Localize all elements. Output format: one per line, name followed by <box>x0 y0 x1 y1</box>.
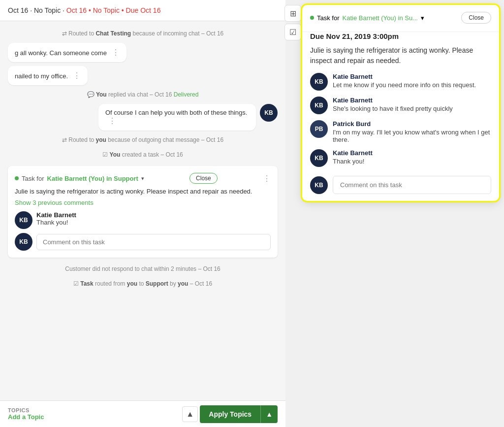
comment-author-4: Katie Barnett <box>333 149 373 157</box>
side-icon-2[interactable]: ☑ <box>284 24 301 40</box>
system-message-2: 💬 You replied via chat – Oct 16 Delivere… <box>0 87 285 102</box>
main-container: Oct 16 · No Topic · Oct 16 • No Topic • … <box>0 0 504 427</box>
task-due-date: Due Nov 21, 2019 3:00pm <box>302 32 499 45</box>
system-message-3: ⇄ Routed to you because of outgoing chat… <box>0 132 285 147</box>
task-comment-input-avatar: KB <box>310 176 328 194</box>
chat-bubble-incoming-2: nailed to my office. ⋮ <box>0 64 285 87</box>
task-detail-title-row: Task for Katie Barnett (You) in Su... ▾ … <box>310 12 491 24</box>
topics-label: TOPICS <box>8 407 182 413</box>
task-for-link-inline[interactable]: Katie Barnett (You) in Support <box>47 175 138 182</box>
comment-content-3: Patrick Burd I'm on my way. I'll let you… <box>333 120 491 143</box>
comment-author-3: Patrick Burd <box>333 120 491 128</box>
comment-content-1: Katie Barnett Let me know if you need mo… <box>333 73 476 89</box>
bubble-menu-icon-2[interactable]: ⋮ <box>73 71 81 80</box>
task-card-header-left: Task for Katie Barnett (You) in Support … <box>15 175 144 182</box>
add-topic-link[interactable]: Add a Topic <box>8 413 182 421</box>
comment-text-4: Thank you! <box>333 158 373 165</box>
comment-author-2: Katie Barnett <box>333 97 453 104</box>
task-comment-input-area: KB <box>302 171 499 201</box>
inline-comment-text: Thank you! <box>36 219 76 226</box>
task-comment-3: PB Patrick Burd I'm on my way. I'll let … <box>310 120 491 143</box>
check-icon: ☑ <box>289 28 296 37</box>
task-description-inline: Julie is saying the refrigerator is acti… <box>15 188 271 195</box>
comment-avatar-3: PB <box>310 120 328 138</box>
comment-avatar-1: KB <box>310 73 328 91</box>
chat-messages[interactable]: ⇄ Routed to Chat Testing because of inco… <box>0 21 285 427</box>
bubble-text-1: g all wonky. Can someone come ⋮ <box>8 43 126 62</box>
inline-last-comment: KB Katie Barnett Thank you! <box>15 211 271 229</box>
task-body-description: Julie is saying the refrigerator is acti… <box>310 45 491 66</box>
task-comment-2: KB Katie Barnett She's looking to have i… <box>310 97 491 114</box>
avatar-outgoing: KB <box>260 104 278 122</box>
task-comment-4: KB Katie Barnett Thank you! <box>310 149 491 167</box>
task-detail-header: Task for Katie Barnett (You) in Su... ▾ … <box>302 5 499 32</box>
task-detail-body: Julie is saying the refrigerator is acti… <box>302 45 499 171</box>
comment-avatar-2: KB <box>310 97 328 114</box>
task-for-link-detail[interactable]: Katie Barnett (You) in Su... <box>343 14 418 22</box>
bubble-menu-icon-outgoing[interactable]: ⋮ <box>108 117 116 125</box>
grid-icon: ⊞ <box>290 9 296 18</box>
comment-content-4: Katie Barnett Thank you! <box>333 149 373 165</box>
task-detail-chevron[interactable]: ▾ <box>421 14 424 22</box>
comment-text-3: I'm on my way. I'll let you know what's … <box>333 129 491 143</box>
inline-comment-content: Katie Barnett Thank you! <box>36 211 76 226</box>
inline-comment-input[interactable] <box>36 234 271 250</box>
apply-topics-button[interactable]: Apply Topics <box>200 405 260 423</box>
chat-bubble-outgoing: Of course I can help you with both of th… <box>0 102 285 132</box>
bubble-text-2: nailed to my office. ⋮ <box>8 66 88 85</box>
topics-bar: TOPICS Add a Topic ▲ Apply Topics ▲ <box>0 400 285 427</box>
system-message-5: Customer did not respond to chat within … <box>0 262 285 276</box>
task-for-text-detail: Task for <box>317 14 340 22</box>
system-message-4: ☑ You created a task – Oct 16 <box>0 147 285 162</box>
task-card-inline: Task for Katie Barnett (You) in Support … <box>8 166 278 258</box>
side-icons: ⊞ ☑ <box>284 5 301 40</box>
comment-content-2: Katie Barnett She's looking to have it f… <box>333 97 453 112</box>
task-chevron-inline[interactable]: ▾ <box>141 175 144 182</box>
show-comments-link[interactable]: Show 3 previous comments <box>15 199 271 206</box>
task-detail-close-btn[interactable]: Close <box>461 12 491 24</box>
inline-comment-avatar: KB <box>15 211 32 229</box>
task-comments-list: KB Katie Barnett Let me know if you need… <box>310 73 491 167</box>
chat-panel: Oct 16 · No Topic · Oct 16 • No Topic • … <box>0 0 285 427</box>
side-icon-1[interactable]: ⊞ <box>284 5 301 22</box>
topics-chevron-up[interactable]: ▲ <box>182 406 198 422</box>
task-comment-1: KB Katie Barnett Let me know if you need… <box>310 73 491 91</box>
bubble-menu-icon-1[interactable]: ⋮ <box>112 48 120 57</box>
system-message-6: ☑ Task routed from you to Support by you… <box>0 276 285 291</box>
comment-text-1: Let me know if you need more info on thi… <box>333 81 476 89</box>
task-comment-input[interactable] <box>333 176 491 194</box>
task-for-text-inline: Task for <box>22 175 44 182</box>
bubble-text-outgoing: Of course I can help you with both of th… <box>98 104 256 131</box>
inline-comment-input-wrapper: KB <box>15 233 271 251</box>
task-card-dots-inline[interactable]: ⋮ <box>263 174 271 183</box>
task-detail-title-left: Task for Katie Barnett (You) in Su... ▾ <box>310 14 461 22</box>
green-dot-inline <box>15 176 19 180</box>
apply-topics-chevron-button[interactable]: ▲ <box>260 405 278 423</box>
task-detail-panel: Task for Katie Barnett (You) in Su... ▾ … <box>302 5 499 201</box>
green-dot-detail <box>310 16 314 20</box>
comment-author-1: Katie Barnett <box>333 73 476 80</box>
inline-comment-author: Katie Barnett <box>36 211 76 219</box>
system-message-1: ⇄ Routed to Chat Testing because of inco… <box>0 26 285 41</box>
chat-bubble-incoming-1: g all wonky. Can someone come ⋮ <box>0 41 285 64</box>
comment-avatar-4: KB <box>310 149 328 167</box>
breadcrumb: Oct 16 · No Topic · Oct 16 • No Topic • … <box>8 6 160 14</box>
inline-input-avatar: KB <box>15 233 32 251</box>
chat-header: Oct 16 · No Topic · Oct 16 • No Topic • … <box>0 0 285 21</box>
task-close-btn-inline[interactable]: Close <box>189 173 218 184</box>
due-date-label: Oct 16 • No Topic • Due Oct 16 <box>66 6 161 14</box>
task-card-inline-header: Task for Katie Barnett (You) in Support … <box>15 173 271 184</box>
comment-text-2: She's looking to have it fixed pretty qu… <box>333 105 453 112</box>
topics-left: TOPICS Add a Topic <box>8 407 182 421</box>
